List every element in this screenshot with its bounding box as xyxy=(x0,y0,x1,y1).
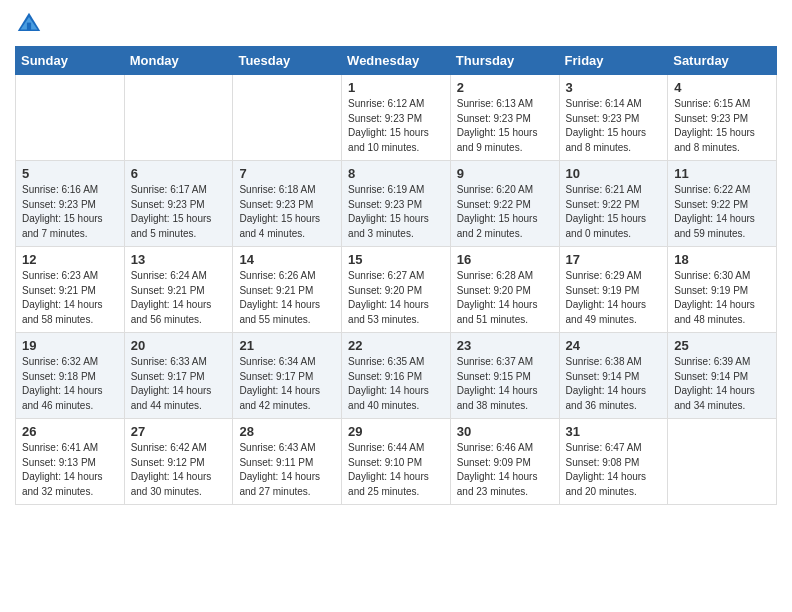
calendar-week-row: 12Sunrise: 6:23 AM Sunset: 9:21 PM Dayli… xyxy=(16,247,777,333)
day-number: 4 xyxy=(674,80,770,95)
day-info: Sunrise: 6:38 AM Sunset: 9:14 PM Dayligh… xyxy=(566,355,662,413)
calendar-cell: 28Sunrise: 6:43 AM Sunset: 9:11 PM Dayli… xyxy=(233,419,342,505)
calendar-cell: 14Sunrise: 6:26 AM Sunset: 9:21 PM Dayli… xyxy=(233,247,342,333)
day-info: Sunrise: 6:16 AM Sunset: 9:23 PM Dayligh… xyxy=(22,183,118,241)
weekday-header-thursday: Thursday xyxy=(450,47,559,75)
day-info: Sunrise: 6:12 AM Sunset: 9:23 PM Dayligh… xyxy=(348,97,444,155)
calendar-cell: 30Sunrise: 6:46 AM Sunset: 9:09 PM Dayli… xyxy=(450,419,559,505)
logo xyxy=(15,10,47,38)
weekday-header-wednesday: Wednesday xyxy=(342,47,451,75)
calendar-cell: 24Sunrise: 6:38 AM Sunset: 9:14 PM Dayli… xyxy=(559,333,668,419)
day-info: Sunrise: 6:21 AM Sunset: 9:22 PM Dayligh… xyxy=(566,183,662,241)
day-info: Sunrise: 6:42 AM Sunset: 9:12 PM Dayligh… xyxy=(131,441,227,499)
day-number: 19 xyxy=(22,338,118,353)
calendar-cell: 6Sunrise: 6:17 AM Sunset: 9:23 PM Daylig… xyxy=(124,161,233,247)
weekday-header-row: SundayMondayTuesdayWednesdayThursdayFrid… xyxy=(16,47,777,75)
day-info: Sunrise: 6:18 AM Sunset: 9:23 PM Dayligh… xyxy=(239,183,335,241)
day-info: Sunrise: 6:46 AM Sunset: 9:09 PM Dayligh… xyxy=(457,441,553,499)
day-number: 6 xyxy=(131,166,227,181)
day-number: 10 xyxy=(566,166,662,181)
weekday-header-sunday: Sunday xyxy=(16,47,125,75)
day-info: Sunrise: 6:33 AM Sunset: 9:17 PM Dayligh… xyxy=(131,355,227,413)
day-info: Sunrise: 6:23 AM Sunset: 9:21 PM Dayligh… xyxy=(22,269,118,327)
day-info: Sunrise: 6:24 AM Sunset: 9:21 PM Dayligh… xyxy=(131,269,227,327)
calendar-week-row: 5Sunrise: 6:16 AM Sunset: 9:23 PM Daylig… xyxy=(16,161,777,247)
calendar-cell: 3Sunrise: 6:14 AM Sunset: 9:23 PM Daylig… xyxy=(559,75,668,161)
day-number: 2 xyxy=(457,80,553,95)
day-info: Sunrise: 6:30 AM Sunset: 9:19 PM Dayligh… xyxy=(674,269,770,327)
calendar-week-row: 26Sunrise: 6:41 AM Sunset: 9:13 PM Dayli… xyxy=(16,419,777,505)
calendar-cell: 29Sunrise: 6:44 AM Sunset: 9:10 PM Dayli… xyxy=(342,419,451,505)
calendar-cell: 5Sunrise: 6:16 AM Sunset: 9:23 PM Daylig… xyxy=(16,161,125,247)
calendar-cell: 19Sunrise: 6:32 AM Sunset: 9:18 PM Dayli… xyxy=(16,333,125,419)
day-number: 30 xyxy=(457,424,553,439)
day-number: 15 xyxy=(348,252,444,267)
day-number: 12 xyxy=(22,252,118,267)
day-info: Sunrise: 6:13 AM Sunset: 9:23 PM Dayligh… xyxy=(457,97,553,155)
day-info: Sunrise: 6:44 AM Sunset: 9:10 PM Dayligh… xyxy=(348,441,444,499)
day-number: 24 xyxy=(566,338,662,353)
day-number: 14 xyxy=(239,252,335,267)
calendar-cell xyxy=(124,75,233,161)
weekday-header-saturday: Saturday xyxy=(668,47,777,75)
day-number: 29 xyxy=(348,424,444,439)
calendar-cell xyxy=(668,419,777,505)
calendar-cell: 12Sunrise: 6:23 AM Sunset: 9:21 PM Dayli… xyxy=(16,247,125,333)
day-number: 16 xyxy=(457,252,553,267)
calendar-cell: 20Sunrise: 6:33 AM Sunset: 9:17 PM Dayli… xyxy=(124,333,233,419)
day-info: Sunrise: 6:19 AM Sunset: 9:23 PM Dayligh… xyxy=(348,183,444,241)
day-number: 22 xyxy=(348,338,444,353)
page: SundayMondayTuesdayWednesdayThursdayFrid… xyxy=(0,0,792,612)
day-info: Sunrise: 6:47 AM Sunset: 9:08 PM Dayligh… xyxy=(566,441,662,499)
day-number: 31 xyxy=(566,424,662,439)
calendar-cell: 26Sunrise: 6:41 AM Sunset: 9:13 PM Dayli… xyxy=(16,419,125,505)
day-number: 7 xyxy=(239,166,335,181)
day-info: Sunrise: 6:17 AM Sunset: 9:23 PM Dayligh… xyxy=(131,183,227,241)
weekday-header-tuesday: Tuesday xyxy=(233,47,342,75)
day-number: 1 xyxy=(348,80,444,95)
weekday-header-monday: Monday xyxy=(124,47,233,75)
day-info: Sunrise: 6:41 AM Sunset: 9:13 PM Dayligh… xyxy=(22,441,118,499)
weekday-header-friday: Friday xyxy=(559,47,668,75)
day-number: 8 xyxy=(348,166,444,181)
calendar-cell: 31Sunrise: 6:47 AM Sunset: 9:08 PM Dayli… xyxy=(559,419,668,505)
logo-icon xyxy=(15,10,43,38)
calendar-cell xyxy=(233,75,342,161)
calendar-cell: 2Sunrise: 6:13 AM Sunset: 9:23 PM Daylig… xyxy=(450,75,559,161)
calendar-cell: 7Sunrise: 6:18 AM Sunset: 9:23 PM Daylig… xyxy=(233,161,342,247)
calendar-cell xyxy=(16,75,125,161)
calendar-cell: 11Sunrise: 6:22 AM Sunset: 9:22 PM Dayli… xyxy=(668,161,777,247)
calendar-cell: 1Sunrise: 6:12 AM Sunset: 9:23 PM Daylig… xyxy=(342,75,451,161)
day-number: 28 xyxy=(239,424,335,439)
calendar-cell: 16Sunrise: 6:28 AM Sunset: 9:20 PM Dayli… xyxy=(450,247,559,333)
day-info: Sunrise: 6:15 AM Sunset: 9:23 PM Dayligh… xyxy=(674,97,770,155)
calendar-cell: 4Sunrise: 6:15 AM Sunset: 9:23 PM Daylig… xyxy=(668,75,777,161)
svg-rect-2 xyxy=(27,23,31,31)
day-info: Sunrise: 6:35 AM Sunset: 9:16 PM Dayligh… xyxy=(348,355,444,413)
header xyxy=(15,10,777,38)
calendar-cell: 10Sunrise: 6:21 AM Sunset: 9:22 PM Dayli… xyxy=(559,161,668,247)
day-number: 20 xyxy=(131,338,227,353)
day-info: Sunrise: 6:39 AM Sunset: 9:14 PM Dayligh… xyxy=(674,355,770,413)
day-info: Sunrise: 6:32 AM Sunset: 9:18 PM Dayligh… xyxy=(22,355,118,413)
day-number: 27 xyxy=(131,424,227,439)
day-number: 11 xyxy=(674,166,770,181)
day-info: Sunrise: 6:37 AM Sunset: 9:15 PM Dayligh… xyxy=(457,355,553,413)
day-number: 13 xyxy=(131,252,227,267)
calendar-cell: 17Sunrise: 6:29 AM Sunset: 9:19 PM Dayli… xyxy=(559,247,668,333)
calendar-week-row: 1Sunrise: 6:12 AM Sunset: 9:23 PM Daylig… xyxy=(16,75,777,161)
calendar-cell: 21Sunrise: 6:34 AM Sunset: 9:17 PM Dayli… xyxy=(233,333,342,419)
calendar-table: SundayMondayTuesdayWednesdayThursdayFrid… xyxy=(15,46,777,505)
day-info: Sunrise: 6:26 AM Sunset: 9:21 PM Dayligh… xyxy=(239,269,335,327)
day-number: 18 xyxy=(674,252,770,267)
day-info: Sunrise: 6:34 AM Sunset: 9:17 PM Dayligh… xyxy=(239,355,335,413)
calendar-cell: 13Sunrise: 6:24 AM Sunset: 9:21 PM Dayli… xyxy=(124,247,233,333)
calendar-cell: 18Sunrise: 6:30 AM Sunset: 9:19 PM Dayli… xyxy=(668,247,777,333)
calendar-cell: 8Sunrise: 6:19 AM Sunset: 9:23 PM Daylig… xyxy=(342,161,451,247)
calendar-cell: 25Sunrise: 6:39 AM Sunset: 9:14 PM Dayli… xyxy=(668,333,777,419)
calendar-cell: 23Sunrise: 6:37 AM Sunset: 9:15 PM Dayli… xyxy=(450,333,559,419)
day-info: Sunrise: 6:43 AM Sunset: 9:11 PM Dayligh… xyxy=(239,441,335,499)
day-number: 25 xyxy=(674,338,770,353)
day-info: Sunrise: 6:14 AM Sunset: 9:23 PM Dayligh… xyxy=(566,97,662,155)
day-number: 26 xyxy=(22,424,118,439)
